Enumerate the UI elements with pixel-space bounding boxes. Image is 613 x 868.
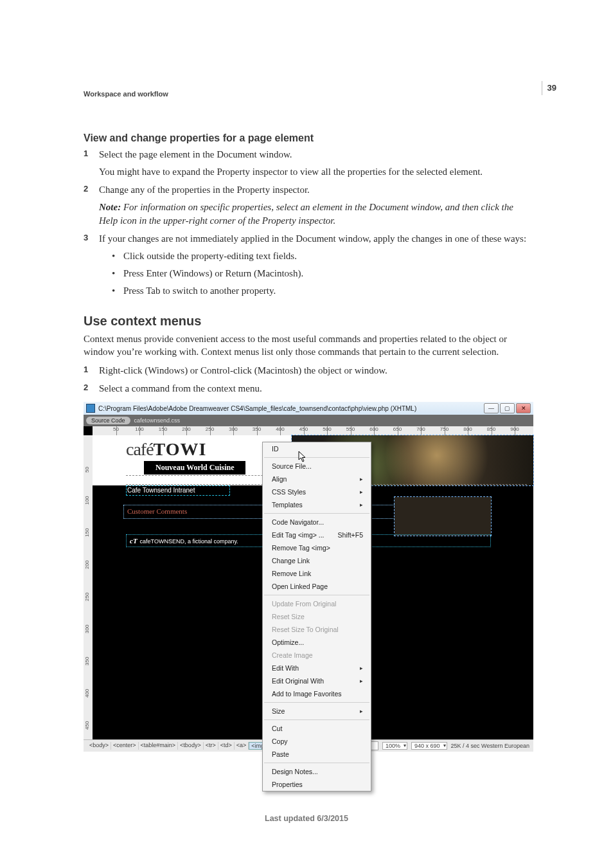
menu-item-label: Edit With [272,664,299,673]
cursor-icon [298,451,308,464]
menu-separator [264,763,369,763]
menu-item[interactable]: Size [263,705,371,718]
ruler-number: 200 [182,426,190,432]
step: 2 Select a command from the context menu… [84,382,533,395]
screenshot: C:\Program Files\Adobe\Adobe Dreamweaver… [84,402,533,752]
source-file-label: cafetownsend.css [134,417,181,424]
menu-item-label: Remove Link [272,569,311,578]
menu-item[interactable]: Edit Original With [263,674,371,687]
section2-title: Use context menus [84,314,533,329]
ruler-number: 400 [84,689,90,698]
menu-item[interactable]: Paste [263,748,371,761]
menu-item[interactable]: Design Notes... [263,765,371,778]
note-label: Note: [99,202,121,212]
menu-item-label: Add to Image Favorites [272,689,342,698]
menu-item[interactable]: Source File... [263,460,371,473]
footer-text: cTcafeTOWNSEND, a fictional company. [130,537,238,545]
app-icon [86,404,95,413]
menu-item[interactable]: Code Navigator... [263,516,371,529]
menu-item-label: CSS Styles [272,487,306,496]
step-num: 3 [84,232,88,244]
ruler-number: 250 [84,593,90,601]
tag-path-item[interactable]: <body> [87,742,111,750]
bullet: Click outside the property-editing text … [112,249,533,263]
logo: caféTOWI [126,439,206,460]
horizontal-ruler: 5010015020025030035040045050055060065070… [93,426,533,436]
mid-photo [395,497,491,536]
menu-item-label: Edit Original With [272,676,324,685]
ruler-number: 300 [229,426,237,432]
ruler-number: 650 [393,426,402,432]
logo-subtitle: Nouveau World Cuisine [144,461,245,475]
menu-separator [264,719,369,720]
tag-selector-path[interactable]: <body><center><table#main><tbody><tr><td… [87,742,270,750]
menu-item: Reset Size [263,610,371,623]
intranet-link[interactable]: Cafe Townsend Intranet [127,487,195,494]
menu-item[interactable]: Templates [263,498,371,511]
tag-path-item[interactable]: <a> [235,742,249,750]
step-2: 2 Change any of the properties in the Pr… [84,183,533,227]
maximize-button[interactable]: ▢ [500,403,515,413]
ruler-number: 600 [369,426,378,432]
status-rest: 25K / 4 sec Western European [451,743,529,749]
note-text: For information on specific properties, … [99,202,513,226]
window-titlebar: C:\Program Files\Adobe\Adobe Dreamweaver… [84,402,533,415]
menu-item-label: Reset Size To Original [272,625,339,634]
dimension-dropdown[interactable]: 940 x 690 [411,742,447,750]
menu-item-label: Change Link [272,556,310,565]
source-toolbar: Source Code cafetownsend.css [84,415,533,426]
menu-item[interactable]: Optimize... [263,636,371,649]
context-menu[interactable]: IDSource File...AlignCSS StylesTemplates… [262,442,371,791]
ruler-number: 150 [84,529,90,537]
tag-path-item[interactable]: <table#main> [139,742,179,750]
step-sub: You might have to expand the Property in… [99,165,533,179]
step3-bullets: Click outside the property-editing text … [112,249,533,297]
menu-item-label: Open Linked Page [272,582,328,591]
ruler-number: 800 [463,426,472,432]
menu-item[interactable]: Edit Tag <img> ...Shift+F5 [263,529,371,541]
menu-item[interactable]: Cut [263,722,371,735]
ruler-number: 750 [440,426,449,432]
step-num: 2 [84,183,88,195]
menu-item: Reset Size To Original [263,623,371,636]
menu-item[interactable]: Open Linked Page [263,580,371,593]
document-canvas[interactable]: caféTOWI Nouveau World Cuisine Cafe Town… [93,435,533,740]
source-code-button[interactable]: Source Code [86,417,130,424]
menu-item[interactable]: Remove Tag <img> [263,541,371,554]
menu-item-label: Reset Size [272,612,305,621]
logo-left: café [126,439,154,459]
ruler-number: 450 [84,721,90,730]
menu-item[interactable]: Align [263,473,371,485]
ruler-number: 500 [323,426,331,432]
customer-comments: Customer Comments [127,507,187,515]
menu-item[interactable]: Change Link [263,554,371,567]
menu-item-label: Copy [272,737,288,746]
menu-item[interactable]: Add to Image Favorites [263,687,371,700]
step-text: Select the page element in the Document … [99,149,292,159]
menu-item-label: Code Navigator... [272,518,324,527]
menu-separator [264,457,369,458]
menu-item-label: Update From Original [272,599,336,608]
tag-path-item[interactable]: <center> [111,742,139,750]
close-button[interactable]: ✕ [516,403,531,413]
menu-item[interactable]: CSS Styles [263,485,371,498]
menu-item[interactable]: Copy [263,735,371,748]
minimize-button[interactable]: — [484,403,499,413]
menu-item[interactable]: Properties [263,778,371,791]
menu-item-label: Edit Tag <img> ... [272,530,324,539]
tag-path-item[interactable]: <tr> [204,742,218,750]
menu-item[interactable]: Remove Link [263,567,371,580]
menu-item-label: Align [272,475,287,484]
ruler-number: 50 [84,467,90,473]
step-text: Right-click (Windows) or Control-click (… [99,365,387,375]
tag-path-item[interactable]: <tbody> [178,742,204,750]
zoom-dropdown[interactable]: 100% [382,742,407,750]
tag-path-item[interactable]: <td> [218,742,235,750]
ruler-number: 350 [253,426,261,432]
menu-item[interactable]: Edit With [263,662,371,674]
ruler-number: 150 [159,426,167,432]
ruler-number: 700 [416,426,425,432]
step-1: 1 Select the page element in the Documen… [84,148,533,178]
menu-separator [264,595,369,595]
menu-item[interactable]: ID [263,442,371,455]
